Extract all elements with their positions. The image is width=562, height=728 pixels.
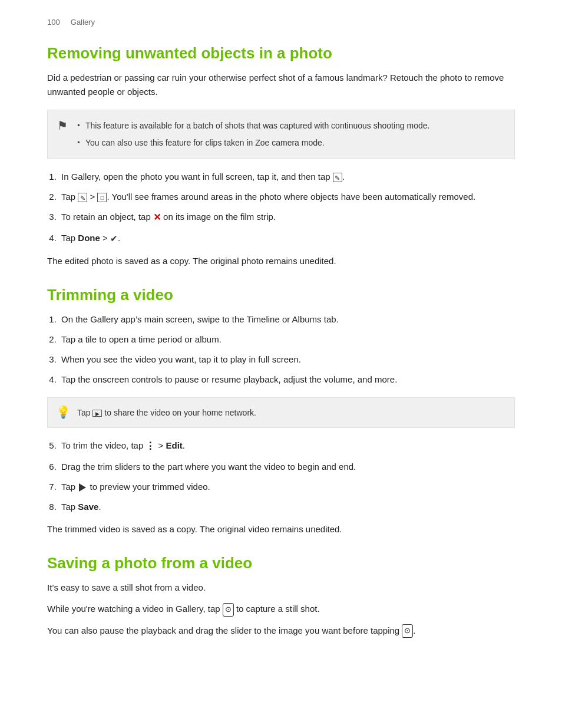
step-1-1: In Gallery, open the photo you want in f…	[59, 170, 515, 184]
step-2-3: When you see the video you want, tap it …	[59, 353, 515, 367]
play-icon	[79, 483, 86, 492]
note-item-1: This feature is available for a batch of…	[77, 120, 503, 132]
note-box-section1: ⚑ This feature is available for a batch …	[47, 110, 515, 159]
step-2-5: To trim the video, tap ⋮ > Edit.	[59, 439, 515, 454]
step-2-6: Drag the trim sliders to the part where …	[59, 460, 515, 474]
edit-icon-2	[78, 193, 87, 202]
flag-icon: ⚑	[57, 118, 68, 133]
share-icon: ▶	[92, 410, 102, 417]
section1-steps: In Gallery, open the photo you want in f…	[59, 170, 515, 246]
section2-steps: On the Gallery app’s main screen, swipe …	[59, 312, 515, 387]
step-1-4: Tap Done > ✔.	[59, 231, 515, 246]
menu-icon: ⋮	[146, 439, 156, 454]
note-item-2: You can also use this feature for clips …	[77, 137, 503, 149]
section3-para3: You can also pause the playback and drag…	[47, 624, 515, 638]
step-1-3: To retain an object, tap ✕ on its image …	[59, 210, 515, 225]
camera-icon-1: ⊙	[223, 603, 234, 617]
step-2-2: Tap a tile to open a time period or albu…	[59, 332, 515, 347]
section-name: Gallery	[71, 18, 95, 27]
note-list-section1: This feature is available for a batch of…	[77, 120, 503, 149]
step-2-7: Tap to preview your trimmed video.	[59, 480, 515, 494]
step-2-4: Tap the onscreen controls to pause or re…	[59, 373, 515, 387]
x-icon: ✕	[153, 210, 161, 225]
lightbulb-icon: 💡	[56, 405, 71, 419]
tip-text: Tap ▶ to share the video on your home ne…	[77, 406, 503, 419]
section1-intro: Did a pedestrian or passing car ruin you…	[47, 71, 515, 99]
save-bold: Save	[78, 502, 98, 512]
frame-icon: □	[97, 193, 107, 202]
section1-closing: The edited photo is saved as a copy. The…	[47, 254, 515, 268]
page-header: 100 Gallery	[47, 18, 515, 27]
page-number: 100	[47, 18, 60, 27]
step-1-2: Tap > □. You'll see frames around areas …	[59, 190, 515, 204]
tip-box-section2: 💡 Tap ▶ to share the video on your home …	[47, 397, 515, 428]
section3-para2: While you're watching a video in Gallery…	[47, 602, 515, 616]
section3-title: Saving a photo from a video	[47, 554, 515, 572]
edit-bold: Edit	[166, 440, 183, 450]
edit-icon-1	[333, 173, 342, 182]
step-2-8: Tap Save.	[59, 500, 515, 514]
camera-icon-2: ⊙	[402, 624, 413, 638]
step-2-1: On the Gallery app’s main screen, swipe …	[59, 312, 515, 327]
check-icon: ✔	[110, 232, 118, 246]
section1-title: Removing unwanted objects in a photo	[47, 44, 515, 62]
done-bold: Done	[78, 233, 100, 243]
section2-closing: The trimmed video is saved as a copy. Th…	[47, 522, 515, 536]
section2-title: Trimming a video	[47, 286, 515, 304]
section3-para1: It’s easy to save a still shot from a vi…	[47, 581, 515, 595]
section2-steps2: To trim the video, tap ⋮ > Edit. Drag th…	[59, 439, 515, 514]
